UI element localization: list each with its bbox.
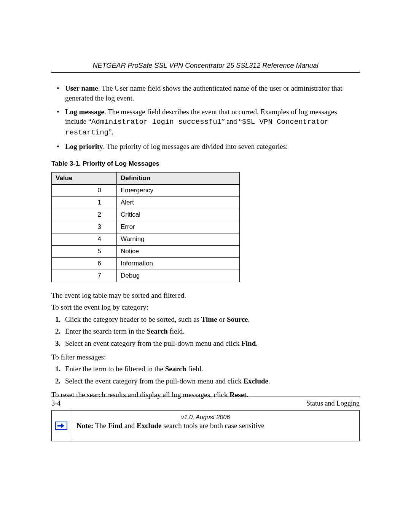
table-row: 7Debug bbox=[52, 270, 240, 282]
txt: . bbox=[256, 339, 258, 347]
footer-rule bbox=[51, 396, 360, 396]
th-definition: Definition bbox=[117, 173, 240, 185]
txt: Click the category header to be sorted, … bbox=[65, 315, 201, 323]
para-sort-intro: To sort the event log by category: bbox=[51, 302, 360, 312]
header-rule bbox=[51, 72, 360, 73]
table-row: 6Information bbox=[52, 257, 240, 270]
bullet-logpriority: Log priority. The priority of log messag… bbox=[51, 142, 360, 152]
bullet-username-text: . The User name field shows the authenti… bbox=[65, 84, 342, 102]
filter-steps: Enter the term to be filtered in the Sea… bbox=[51, 364, 360, 386]
priority-table: Value Definition 0Emergency 1Alert 2Crit… bbox=[51, 172, 240, 282]
cell-value: 3 bbox=[52, 221, 117, 233]
bullet-list: User name. The User name field shows the… bbox=[51, 83, 360, 151]
cell-value: 6 bbox=[52, 257, 117, 270]
bullet-logpriority-text: . The priority of log messages are divid… bbox=[103, 142, 288, 150]
cell-def: Error bbox=[117, 221, 240, 233]
arrow-icon bbox=[55, 422, 67, 430]
manual-title: NETGEAR ProSafe SSL VPN Concentrator 25 … bbox=[51, 61, 360, 70]
cell-value: 2 bbox=[52, 209, 117, 221]
cell-value: 1 bbox=[52, 197, 117, 209]
bullet-logmessage-label: Log message bbox=[65, 108, 104, 116]
table-row: 5Notice bbox=[52, 245, 240, 257]
cell-def: Information bbox=[117, 257, 240, 270]
cell-def: Warning bbox=[117, 233, 240, 245]
list-item: Select the event category from the pull-… bbox=[51, 376, 360, 386]
para-sorted-filtered: The event log table may be sorted and fi… bbox=[51, 291, 360, 300]
list-item: Enter the term to be filtered in the Sea… bbox=[51, 364, 360, 374]
cell-def: Alert bbox=[117, 197, 240, 209]
txt: Enter the search term in the bbox=[65, 327, 147, 335]
b: Find bbox=[241, 339, 256, 347]
section-title: Status and Logging bbox=[306, 399, 360, 408]
bullet-username: User name. The User name field shows the… bbox=[51, 83, 360, 103]
txt: Select an event category from the pull-d… bbox=[65, 339, 241, 347]
bullet-username-label: User name bbox=[65, 84, 98, 92]
txt: search tools are both case sensitive bbox=[161, 422, 264, 430]
table-row: 1Alert bbox=[52, 197, 240, 209]
note-label: Note: bbox=[76, 422, 93, 430]
cell-value: 5 bbox=[52, 245, 117, 257]
lm-code1: Administrator login successful bbox=[91, 118, 221, 126]
table-row: 3Error bbox=[52, 221, 240, 233]
txt: field. bbox=[186, 365, 203, 373]
txt: Enter the term to be filtered in the bbox=[65, 365, 165, 373]
th-value: Value bbox=[52, 173, 117, 185]
cell-def: Debug bbox=[117, 270, 240, 282]
table-row: 0Emergency bbox=[52, 185, 240, 197]
footer: 3-4 Status and Logging v1.0, August 2006 bbox=[51, 396, 360, 422]
txt: field. bbox=[168, 327, 185, 335]
bullet-logmessage: Log message. The message field describes… bbox=[51, 107, 360, 138]
list-item: Select an event category from the pull-d… bbox=[51, 339, 360, 348]
txt: . bbox=[248, 315, 250, 323]
cell-def: Notice bbox=[117, 245, 240, 257]
page-number: 3-4 bbox=[51, 399, 61, 408]
table-row: 2Critical bbox=[52, 209, 240, 221]
txt: and bbox=[123, 422, 137, 430]
list-item: Enter the search term in the Search fiel… bbox=[51, 326, 360, 336]
cell-value: 4 bbox=[52, 233, 117, 245]
txt: The bbox=[93, 422, 108, 430]
b: Time bbox=[201, 315, 217, 323]
cell-def: Emergency bbox=[117, 185, 240, 197]
b: Search bbox=[147, 327, 168, 335]
txt: . bbox=[268, 377, 270, 385]
txt: or bbox=[217, 315, 227, 323]
table-header-row: Value Definition bbox=[52, 173, 240, 185]
b: Search bbox=[165, 365, 186, 373]
cell-value: 7 bbox=[52, 270, 117, 282]
cell-value: 0 bbox=[52, 185, 117, 197]
b: Exclude bbox=[244, 377, 268, 385]
para-filter-intro: To filter messages: bbox=[51, 352, 360, 362]
b: Source bbox=[227, 315, 248, 323]
sort-steps: Click the category header to be sorted, … bbox=[51, 315, 360, 348]
list-item: Click the category header to be sorted, … bbox=[51, 315, 360, 324]
doc-version: v1.0, August 2006 bbox=[51, 413, 360, 422]
bullet-logpriority-label: Log priority bbox=[65, 142, 103, 150]
table-caption: Table 3-1. Priority of Log Messages bbox=[51, 160, 360, 168]
lm-after: ”. bbox=[108, 128, 113, 136]
b: Exclude bbox=[137, 422, 161, 430]
cell-def: Critical bbox=[117, 209, 240, 221]
lm-mid: ” and “ bbox=[221, 117, 242, 125]
table-row: 4Warning bbox=[52, 233, 240, 245]
txt: Select the event category from the pull-… bbox=[65, 377, 244, 385]
b: Find bbox=[108, 422, 123, 430]
